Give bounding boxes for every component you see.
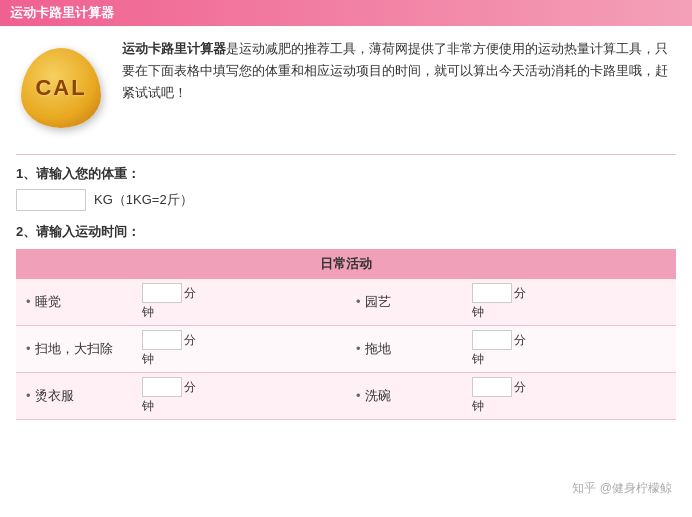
time-input-2-2[interactable]	[472, 330, 512, 350]
unit-zhong-2-1: 钟	[142, 351, 154, 368]
bullet-icon-1-2: •	[356, 294, 361, 309]
bullet-icon-2-2: •	[356, 341, 361, 356]
input-row-3-1: 分	[142, 377, 196, 397]
unit-fen-2-1: 分	[184, 332, 196, 349]
cal-icon-text: CAL	[35, 75, 86, 101]
weight-section-label: 1、请输入您的体重：	[16, 165, 676, 183]
activity-label-1-1: 睡觉	[35, 294, 61, 309]
bullet-icon-3-2: •	[356, 388, 361, 403]
input-row-1-2: 分	[472, 283, 526, 303]
cal-icon-shape: CAL	[21, 48, 101, 128]
weight-unit-label: KG（1KG=2斤）	[94, 191, 193, 209]
intro-text-block: 运动卡路里计算器是运动减肥的推荐工具，薄荷网提供了非常方便使用的运动热量计算工具…	[122, 38, 676, 104]
time-input-2-1[interactable]	[142, 330, 182, 350]
unit-fen-1-2: 分	[514, 285, 526, 302]
bullet-icon-2-1: •	[26, 341, 31, 356]
activity-name-cell-3-2: •洗碗	[346, 373, 466, 420]
unit-zhong-1-1: 钟	[142, 304, 154, 321]
time-section-label: 2、请输入运动时间：	[16, 223, 676, 241]
unit-zhong-2-2: 钟	[472, 351, 484, 368]
main-container: CAL 运动卡路里计算器是运动减肥的推荐工具，薄荷网提供了非常方便使用的运动热量…	[0, 26, 692, 432]
time-input-1-2[interactable]	[472, 283, 512, 303]
input-group-1-1: 分 钟	[142, 283, 340, 321]
activity-label-3-1: 烫衣服	[35, 388, 74, 403]
cal-icon-container: CAL	[16, 38, 106, 138]
activity-label-1-2: 园艺	[365, 294, 391, 309]
input-row-1-1: 分	[142, 283, 196, 303]
unit-fen-3-2: 分	[514, 379, 526, 396]
table-row: •扫地，大扫除 分 钟 •拖地	[16, 326, 676, 373]
unit-fen-3-1: 分	[184, 379, 196, 396]
time-input-1-1[interactable]	[142, 283, 182, 303]
input-group-1-2: 分 钟	[472, 283, 670, 321]
title-text: 运动卡路里计算器	[10, 5, 114, 20]
unit-zhong-3-1: 钟	[142, 398, 154, 415]
unit-fen-2-2: 分	[514, 332, 526, 349]
weight-input-row: KG（1KG=2斤）	[16, 189, 676, 211]
activity-name-cell-2-2: •拖地	[346, 326, 466, 373]
input-cell-1-2: 分 钟	[466, 279, 676, 326]
input-cell-3-2: 分 钟	[466, 373, 676, 420]
title-bar: 运动卡路里计算器	[0, 0, 692, 26]
activity-label-3-2: 洗碗	[365, 388, 391, 403]
activity-label-2-2: 拖地	[365, 341, 391, 356]
bullet-icon: •	[26, 294, 31, 309]
table-header: 日常活动	[16, 249, 676, 279]
input-group-2-2: 分 钟	[472, 330, 670, 368]
input-cell-3-1: 分 钟	[136, 373, 346, 420]
activity-name-cell: •睡觉	[16, 279, 136, 326]
activity-table: 日常活动 •睡觉 分 钟 •园	[16, 249, 676, 420]
intro-section: CAL 运动卡路里计算器是运动减肥的推荐工具，薄荷网提供了非常方便使用的运动热量…	[16, 38, 676, 138]
unit-fen-1-1: 分	[184, 285, 196, 302]
activity-name-cell-3-1: •烫衣服	[16, 373, 136, 420]
watermark: 知乎 @健身柠檬鲸	[572, 480, 672, 497]
input-group-3-2: 分 钟	[472, 377, 670, 415]
weight-input[interactable]	[16, 189, 86, 211]
activity-name-cell-1-2: •园艺	[346, 279, 466, 326]
input-row-2-1: 分	[142, 330, 196, 350]
time-input-3-1[interactable]	[142, 377, 182, 397]
input-group-3-1: 分 钟	[142, 377, 340, 415]
unit-zhong-3-2: 钟	[472, 398, 484, 415]
table-row: •睡觉 分 钟 •园艺	[16, 279, 676, 326]
input-row-3-2: 分	[472, 377, 526, 397]
bullet-icon-3-1: •	[26, 388, 31, 403]
divider-1	[16, 154, 676, 155]
app-name-highlight: 运动卡路里计算器	[122, 41, 226, 56]
activity-label-2-1: 扫地，大扫除	[35, 341, 113, 356]
table-row: •烫衣服 分 钟 •洗碗	[16, 373, 676, 420]
time-input-3-2[interactable]	[472, 377, 512, 397]
activity-name-cell-2-1: •扫地，大扫除	[16, 326, 136, 373]
unit-zhong-1-2: 钟	[472, 304, 484, 321]
input-cell-2-1: 分 钟	[136, 326, 346, 373]
input-row-2-2: 分	[472, 330, 526, 350]
input-group-2-1: 分 钟	[142, 330, 340, 368]
input-cell-1-1: 分 钟	[136, 279, 346, 326]
input-cell-2-2: 分 钟	[466, 326, 676, 373]
